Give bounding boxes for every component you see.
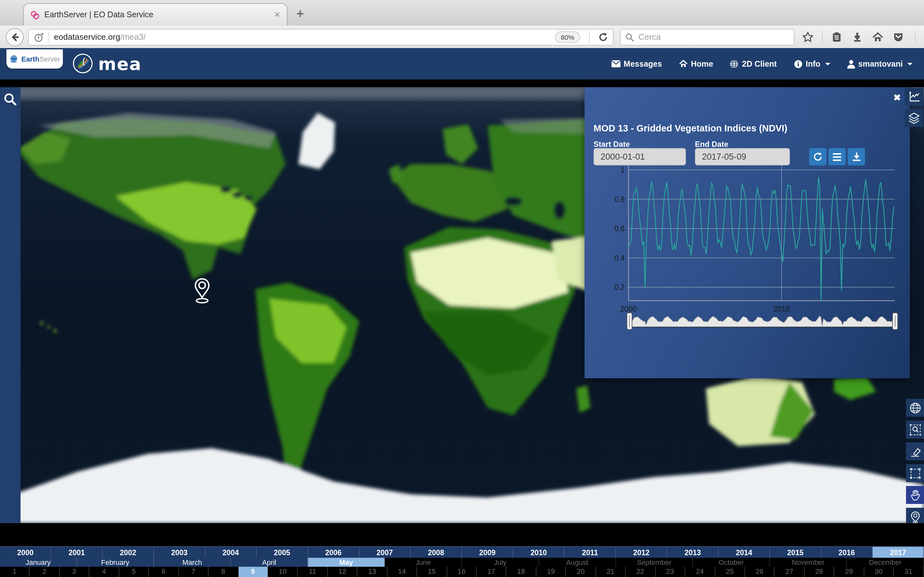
home-icon [872, 31, 884, 43]
timeline-day-13[interactable]: 13 [358, 567, 388, 577]
timeline-day-15[interactable]: 15 [417, 567, 447, 577]
timeline-month-may[interactable]: May [308, 558, 385, 567]
timeline-day-30[interactable]: 30 [864, 567, 894, 577]
timeline-day-2[interactable]: 2 [30, 567, 60, 577]
map-search-sidebar[interactable] [0, 87, 21, 523]
url-bar[interactable]: eodataservice.org/mea3/ 80% [28, 29, 614, 45]
timeline-day-4[interactable]: 4 [89, 567, 120, 577]
timeline-day-24[interactable]: 24 [685, 567, 715, 577]
timeline-day-18[interactable]: 18 [507, 567, 536, 577]
timeline-days-row: 1234567891011121314151617181920212223242… [0, 567, 924, 577]
timeline-year-2006[interactable]: 2006 [308, 547, 359, 558]
svg-text:0.2: 0.2 [614, 283, 625, 292]
timeline-month-january[interactable]: January [0, 558, 77, 567]
timeline-month-july[interactable]: July [462, 558, 539, 567]
timeline-year-2005[interactable]: 2005 [257, 547, 308, 558]
timeline-day-19[interactable]: 19 [536, 567, 566, 577]
timeline-year-2007[interactable]: 2007 [359, 547, 411, 558]
timeline-day-3[interactable]: 3 [60, 567, 89, 577]
url-text[interactable]: eodataservice.org/mea3/ [54, 32, 555, 42]
timeline-day-28[interactable]: 28 [804, 567, 835, 577]
timeline-day-14[interactable]: 14 [387, 567, 417, 577]
location-pin[interactable] [193, 277, 211, 304]
timeline-day-31[interactable]: 31 [894, 567, 924, 577]
tool-select-area[interactable] [906, 464, 924, 482]
home-button[interactable] [872, 31, 884, 43]
back-button[interactable] [6, 28, 24, 46]
tool-timeseries[interactable] [905, 88, 923, 106]
timeline-year-2002[interactable]: 2002 [103, 547, 154, 558]
timeline-day-29[interactable]: 29 [835, 567, 864, 577]
mea-logo[interactable]: mea [72, 53, 142, 74]
timeline-day-27[interactable]: 27 [775, 567, 804, 577]
timeline-day-11[interactable]: 11 [298, 567, 328, 577]
timeline-day-22[interactable]: 22 [626, 567, 656, 577]
nav-user[interactable]: smantovani [846, 59, 913, 68]
timeline-year-2015[interactable]: 2015 [770, 547, 821, 558]
timeline-day-20[interactable]: 20 [566, 567, 596, 577]
timeline-year-2008[interactable]: 2008 [411, 547, 462, 558]
tool-zoom-area[interactable] [906, 421, 924, 438]
tool-pan[interactable] [906, 486, 924, 504]
nav-info[interactable]: Info [793, 59, 830, 68]
badge-server: Server [39, 55, 60, 63]
new-tab-button[interactable]: + [296, 6, 304, 21]
timeline-year-2001[interactable]: 2001 [51, 547, 103, 558]
timeline-day-5[interactable]: 5 [120, 567, 149, 577]
bookmark-star-button[interactable] [802, 31, 814, 43]
timeline-year-2016[interactable]: 2016 [821, 547, 873, 558]
nav-home[interactable]: Home [678, 59, 713, 68]
timeline-year-2017[interactable]: 2017 [873, 547, 924, 558]
timeline-month-september[interactable]: September [616, 558, 693, 567]
timeline-year-2011[interactable]: 2011 [565, 547, 616, 558]
timeline-day-25[interactable]: 25 [715, 567, 745, 577]
timeline-day-12[interactable]: 12 [328, 567, 358, 577]
nav-messages[interactable]: Messages [612, 59, 662, 68]
bookmarks-list-button[interactable] [831, 31, 843, 43]
timeline-year-2000[interactable]: 2000 [0, 547, 51, 558]
timeline-day-1[interactable]: 1 [0, 567, 30, 577]
timeline-month-august[interactable]: August [539, 558, 616, 567]
tool-eraser[interactable] [906, 442, 924, 460]
timeline-month-april[interactable]: April [231, 558, 308, 567]
timeline-day-6[interactable]: 6 [149, 567, 179, 577]
timeline-day-9[interactable]: 9 [238, 567, 268, 577]
timeline-day-23[interactable]: 23 [656, 567, 685, 577]
timeline-month-june[interactable]: June [385, 558, 462, 567]
browser-tab[interactable]: EarthServer | EO Data Service ✕ [23, 3, 288, 26]
pocket-button[interactable] [893, 31, 904, 43]
earthserver-badge[interactable]: EarthServer [6, 49, 63, 69]
timeline-month-october[interactable]: October [693, 558, 770, 567]
timeline-month-february[interactable]: February [77, 558, 154, 567]
mea-logo-icon [72, 53, 94, 74]
zoom-level-badge[interactable]: 80% [555, 31, 580, 43]
timeline-day-16[interactable]: 16 [447, 567, 477, 577]
timeline-year-2012[interactable]: 2012 [616, 547, 667, 558]
tab-close-icon[interactable]: ✕ [274, 10, 280, 19]
timeline-year-2003[interactable]: 2003 [154, 547, 205, 558]
ndvi-chart[interactable]: 10.80.60.40.220002010 [585, 87, 910, 378]
timeline-month-december[interactable]: December [847, 558, 924, 567]
reload-button[interactable] [598, 32, 608, 42]
identity-info-icon[interactable] [34, 32, 44, 42]
browser-tab-bar: EarthServer | EO Data Service ✕ + [0, 0, 924, 26]
badge-earth: Earth [21, 55, 39, 63]
timeline-day-26[interactable]: 26 [745, 567, 775, 577]
timeline-month-march[interactable]: March [154, 558, 231, 567]
timeline-year-2013[interactable]: 2013 [667, 547, 719, 558]
tool-layers[interactable] [905, 109, 923, 127]
timeline-year-2009[interactable]: 2009 [462, 547, 513, 558]
timeline-day-7[interactable]: 7 [179, 567, 208, 577]
search-field[interactable]: Cerca [620, 29, 795, 45]
timeline-year-2004[interactable]: 2004 [205, 547, 257, 558]
downloads-button[interactable] [851, 31, 863, 43]
timeline-day-17[interactable]: 17 [477, 567, 507, 577]
timeline-day-10[interactable]: 10 [268, 567, 298, 577]
timeline-day-21[interactable]: 21 [596, 567, 626, 577]
timeline-year-2010[interactable]: 2010 [513, 547, 565, 558]
timeline-month-november[interactable]: November [770, 558, 847, 567]
timeline-year-2014[interactable]: 2014 [719, 547, 770, 558]
timeline-day-8[interactable]: 8 [208, 567, 238, 577]
nav-2d-client[interactable]: 2D Client [730, 59, 777, 68]
tool-globe[interactable] [906, 399, 924, 417]
